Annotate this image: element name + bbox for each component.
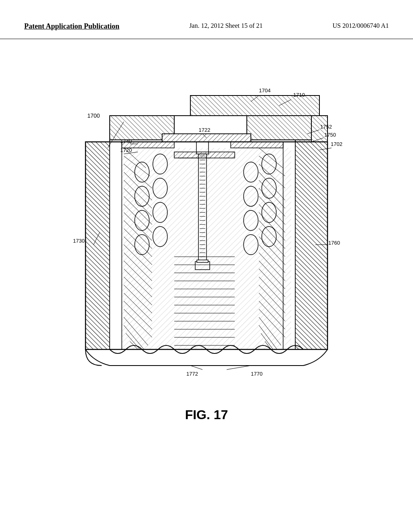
patent-drawing: 1700 1740 1720 1730 1722 1704 1710 1752 … bbox=[53, 63, 360, 402]
svg-rect-11 bbox=[86, 142, 110, 349]
svg-rect-10 bbox=[247, 116, 311, 140]
svg-text:1720: 1720 bbox=[120, 147, 132, 153]
svg-text:1722: 1722 bbox=[199, 127, 211, 133]
svg-text:1752: 1752 bbox=[320, 124, 332, 130]
publication-title: Patent Application Publication bbox=[24, 22, 119, 31]
sheet-info: Jan. 12, 2012 Sheet 15 of 21 bbox=[189, 22, 263, 29]
svg-line-145 bbox=[227, 366, 251, 370]
svg-rect-65 bbox=[231, 142, 283, 148]
svg-rect-67 bbox=[122, 148, 291, 349]
svg-rect-12 bbox=[110, 142, 122, 349]
svg-text:1750: 1750 bbox=[324, 132, 336, 138]
svg-text:1730: 1730 bbox=[73, 238, 85, 244]
patent-number: US 2012/0006740 A1 bbox=[332, 22, 389, 29]
svg-rect-13 bbox=[295, 142, 327, 349]
svg-text:1760: 1760 bbox=[328, 240, 340, 246]
svg-line-146 bbox=[190, 366, 202, 370]
svg-text:1740: 1740 bbox=[120, 138, 132, 144]
page-header: Patent Application Publication Jan. 12, … bbox=[0, 0, 413, 39]
svg-text:1702: 1702 bbox=[331, 141, 342, 147]
figure-label: FIG. 17 bbox=[53, 407, 360, 422]
svg-text:1704: 1704 bbox=[259, 87, 271, 94]
figure-container: 1700 1740 1720 1730 1722 1704 1710 1752 … bbox=[53, 63, 360, 410]
main-content: 1700 1740 1720 1730 1722 1704 1710 1752 … bbox=[0, 39, 413, 434]
svg-text:1710: 1710 bbox=[293, 92, 305, 98]
svg-text:1700: 1700 bbox=[87, 112, 100, 119]
svg-text:1772: 1772 bbox=[186, 371, 198, 377]
svg-text:1770: 1770 bbox=[251, 371, 263, 377]
